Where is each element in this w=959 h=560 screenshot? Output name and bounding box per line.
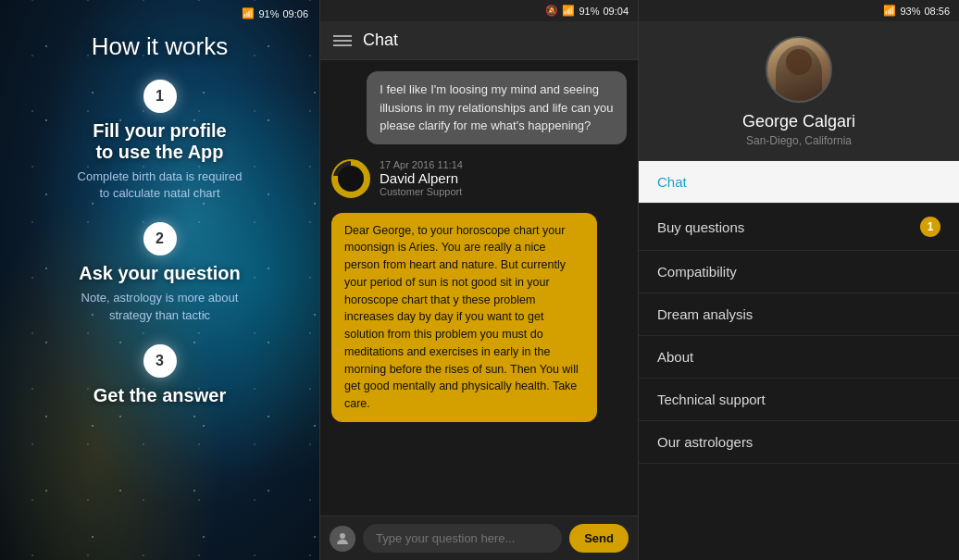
step-2-circle: 2: [143, 222, 177, 255]
status-bar-2: 🔕 📶 91% 09:04: [320, 0, 638, 21]
agent-divider: 17 Apr 2016 11:14 David Alpern Customer …: [331, 159, 627, 198]
avatar-inner: [338, 166, 364, 192]
chat-messages-list: I feel like I'm loosing my mind and seei…: [320, 60, 638, 516]
signal-icon-2: 📶: [562, 5, 575, 17]
how-it-works-content: How it works 1 Fill your profileto use t…: [0, 23, 319, 430]
menu-item-label: Compatibility: [657, 264, 737, 280]
menu-item-label: Chat: [657, 174, 687, 190]
chat-input-field[interactable]: [363, 524, 562, 553]
menu-item-label: Our astrologers: [657, 434, 753, 450]
panel-how-it-works: 📶 91% 09:06 How it works 1 Fill your pro…: [0, 0, 319, 560]
user-avatar-icon: [330, 526, 355, 552]
profile-location: San-Diego, California: [746, 134, 852, 147]
step-1-circle: 1: [143, 80, 177, 113]
user-message: I feel like I'm loosing my mind and seei…: [367, 71, 627, 144]
step-1-heading: Fill your profileto use the App: [93, 120, 226, 163]
step-3-circle: 3: [143, 344, 177, 378]
agent-role: Customer Support: [380, 186, 463, 197]
profile-section: George Calgari San-Diego, California: [639, 21, 959, 161]
time-display-2: 09:04: [603, 6, 629, 17]
chat-header: Chat: [320, 21, 638, 60]
status-bar-3: 📶 93% 08:56: [639, 0, 959, 21]
menu-item-about[interactable]: About: [639, 336, 959, 379]
menu-item-dream-analysis[interactable]: Dream analysis: [639, 293, 959, 336]
avatar: [766, 36, 832, 103]
menu-item-label: Buy questions: [657, 219, 744, 235]
panel-chat: 🔕 📶 91% 09:04 Chat I feel like I'm loosi…: [319, 0, 639, 560]
chat-title: Chat: [363, 31, 398, 50]
profile-name: George Calgari: [742, 112, 855, 131]
battery-icon-2: 91%: [579, 6, 599, 17]
time-display: 09:06: [282, 8, 308, 19]
agent-message: Dear George, to your horoscope chart you…: [331, 213, 597, 422]
step-2-sub: Note, astrology is more aboutstrategy th…: [81, 290, 239, 323]
hamburger-menu[interactable]: [333, 35, 352, 46]
menu-item-buy-questions[interactable]: Buy questions1: [639, 204, 959, 251]
svg-point-0: [340, 533, 345, 539]
battery-icon: 91%: [258, 8, 279, 19]
agent-avatar: [331, 159, 370, 198]
agent-name: David Alpern: [380, 170, 463, 186]
status-bar-1: 📶 91% 09:06: [0, 0, 319, 23]
menu-item-chat[interactable]: Chat: [639, 161, 959, 204]
menu-item-label: Dream analysis: [657, 306, 753, 322]
step-2-heading: Ask your question: [79, 263, 240, 284]
menu-item-label: About: [657, 349, 693, 365]
step-3-heading: Get the answer: [93, 385, 226, 406]
battery-icon-3: 93%: [900, 6, 920, 17]
navigation-menu: ChatBuy questions1CompatibilityDream ana…: [639, 161, 959, 560]
page-title: How it works: [92, 32, 228, 61]
menu-item-our-astrologers[interactable]: Our astrologers: [639, 421, 959, 464]
signal-icon: 📶: [242, 7, 255, 19]
message-time: 17 Apr 2016 11:14: [380, 159, 463, 170]
signal-icon-3: 📶: [883, 5, 896, 17]
panel-profile-menu: 📶 93% 08:56 George Calgari San-Diego, Ca…: [639, 0, 959, 560]
mute-icon: 🔕: [545, 5, 558, 17]
menu-item-compatibility[interactable]: Compatibility: [639, 251, 959, 293]
time-display-3: 08:56: [924, 6, 950, 17]
step-1-sub: Complete birth data is requiredto calcul…: [78, 168, 243, 202]
send-button[interactable]: Send: [569, 524, 629, 553]
menu-item-label: Technical support: [657, 392, 766, 407]
notification-badge: 1: [920, 217, 940, 237]
chat-input-area: Send: [320, 516, 638, 560]
agent-meta: 17 Apr 2016 11:14 David Alpern Customer …: [380, 159, 463, 197]
menu-item-technical-support[interactable]: Technical support: [639, 379, 959, 421]
